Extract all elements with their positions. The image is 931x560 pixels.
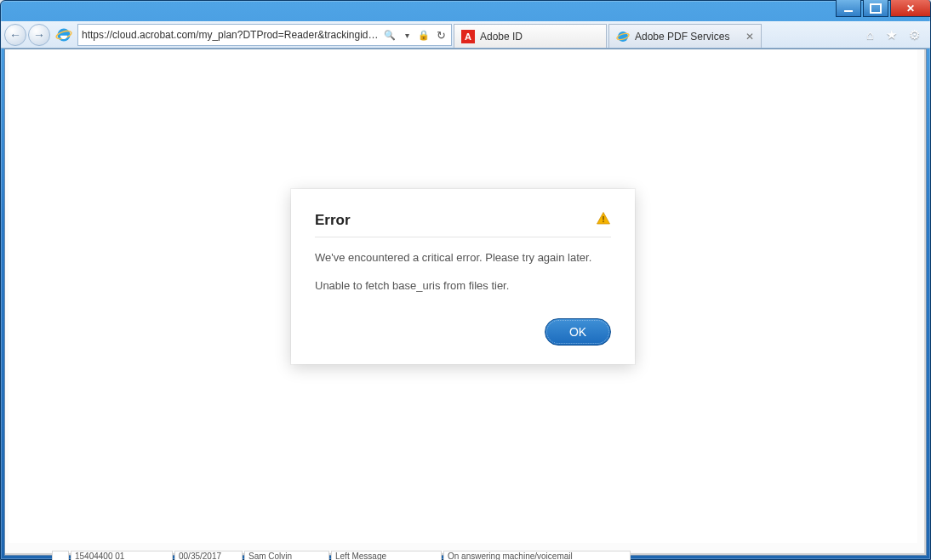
ok-button[interactable]: OK (545, 318, 611, 346)
tab-close-icon[interactable]: ✕ (745, 31, 754, 43)
url-input[interactable] (82, 29, 380, 41)
tab-label: Adobe PDF Services (635, 31, 729, 43)
adobe-icon (461, 30, 475, 43)
ie-favicon-icon (616, 30, 630, 43)
browser-toolbar-icons: ⌂ ★ ⚙ (860, 27, 927, 43)
settings-gear-icon[interactable]: ⚙ (909, 27, 920, 43)
bg-cell: 00/35/2017 (174, 551, 243, 560)
bg-cell: Left Message (331, 551, 442, 560)
forward-button[interactable]: → (28, 24, 50, 46)
ie-logo-icon (55, 26, 72, 43)
url-dropdown-icon[interactable] (400, 28, 414, 42)
window-controls (836, 0, 931, 17)
warning-icon (596, 211, 611, 230)
back-button[interactable]: ← (4, 24, 26, 46)
dialog-footer: OK (315, 318, 611, 346)
browser-window: ← → Adobe ID Adobe PDF Services ✕ ⌂ ★ (0, 0, 931, 560)
window-titlebar (1, 1, 930, 21)
bg-cell: Sam Colvin (244, 551, 329, 560)
page-body: Error We've encountered a critical error… (5, 49, 926, 555)
window-maximize-button[interactable] (863, 0, 888, 17)
bg-cell: 15404400 01 (71, 551, 173, 560)
dialog-title: Error (315, 212, 351, 229)
dialog-message-1: We've encountered a critical error. Plea… (315, 249, 611, 266)
tab-adobe-pdf-services[interactable]: Adobe PDF Services ✕ (608, 24, 762, 48)
svg-rect-4 (603, 216, 604, 220)
dialog-header: Error (315, 211, 611, 237)
svg-rect-5 (603, 220, 604, 222)
refresh-icon[interactable] (434, 28, 448, 42)
lock-icon (417, 28, 431, 42)
navigation-bar: ← → Adobe ID Adobe PDF Services ✕ ⌂ ★ (1, 21, 930, 49)
bg-cell: On answering machine/voicemail (443, 551, 631, 560)
content-frame: Error We've encountered a critical error… (4, 49, 927, 556)
error-dialog: Error We've encountered a critical error… (291, 189, 635, 364)
window-minimize-button[interactable] (836, 0, 861, 17)
search-icon[interactable] (383, 28, 397, 42)
window-close-button[interactable] (890, 0, 931, 17)
address-bar[interactable] (77, 24, 452, 46)
page-inset: Error We've encountered a critical error… (9, 49, 917, 543)
tab-label: Adobe ID (480, 31, 523, 43)
home-icon[interactable]: ⌂ (866, 27, 874, 43)
background-table-row: 15404400 01 00/35/2017 Sam Colvin Left M… (52, 551, 862, 560)
tab-adobe-id[interactable]: Adobe ID (454, 24, 607, 48)
favorites-icon[interactable]: ★ (886, 27, 897, 43)
dialog-message-2: Unable to fetch base_uris from files tie… (315, 277, 611, 294)
